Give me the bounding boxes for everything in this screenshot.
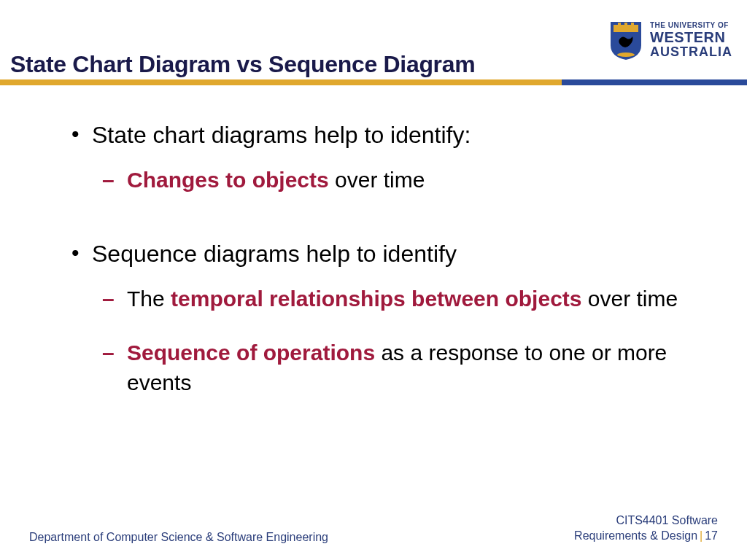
header: State Chart Diagram vs Sequence Diagram … (0, 0, 747, 82)
svg-rect-1 (618, 23, 621, 26)
footer-subtitle: Requirements & Design (574, 529, 697, 542)
bullet-2-text: Sequence diagrams help to identify (92, 241, 457, 267)
bullet-list: State chart diagrams help to identify: C… (67, 120, 680, 397)
bullet-1-sub-1-highlight: Changes to objects (127, 168, 329, 192)
svg-point-4 (617, 52, 635, 57)
divider-bar (0, 79, 747, 85)
bullet-1-text: State chart diagrams help to identify: (92, 122, 471, 148)
divider-blue (562, 79, 747, 85)
bullet-2-sub-1-highlight: temporal relationships between objects (171, 287, 581, 311)
bullet-1-sublist: Changes to objects over time (92, 166, 680, 195)
bullet-2-sub-1-rest: over time (582, 287, 678, 311)
divider-gold (0, 79, 562, 85)
bullet-1: State chart diagrams help to identify: C… (67, 120, 680, 195)
footer-page-number: 17 (705, 529, 718, 542)
bullet-1-sub-1-rest: over time (329, 168, 425, 192)
bullet-1-sub-1: Changes to objects over time (98, 166, 680, 195)
svg-rect-2 (624, 23, 627, 26)
logo-line-3: AUSTRALIA (650, 45, 732, 59)
footer-left: Department of Computer Science & Softwar… (29, 531, 328, 544)
bullet-2-sub-2-highlight: Sequence of operations (127, 341, 375, 365)
logo-line-2: WESTERN (650, 30, 732, 45)
slide-title: State Chart Diagram vs Sequence Diagram (10, 51, 475, 78)
svg-rect-3 (631, 23, 634, 26)
content-area: State chart diagrams help to identify: C… (67, 120, 680, 441)
bullet-2-sub-2: Sequence of operations as a response to … (98, 338, 680, 397)
footer-course: CITS4401 Software (616, 514, 718, 526)
bullet-2-sublist: The temporal relationships between objec… (92, 284, 680, 398)
bullet-2-sub-1-pre: The (127, 287, 171, 311)
bullet-2: Sequence diagrams help to identify The t… (67, 239, 680, 398)
slide: State Chart Diagram vs Sequence Diagram … (0, 0, 747, 560)
footer-separator: | (700, 529, 703, 542)
bullet-2-sub-1: The temporal relationships between objec… (98, 284, 680, 314)
uwa-logo: THE UNIVERSITY OF WESTERN AUSTRALIA (609, 20, 732, 61)
footer: Department of Computer Science & Softwar… (29, 513, 718, 544)
crest-icon (609, 20, 643, 61)
logo-text: THE UNIVERSITY OF WESTERN AUSTRALIA (650, 22, 732, 58)
footer-right: CITS4401 Software Requirements & Design|… (574, 513, 718, 544)
